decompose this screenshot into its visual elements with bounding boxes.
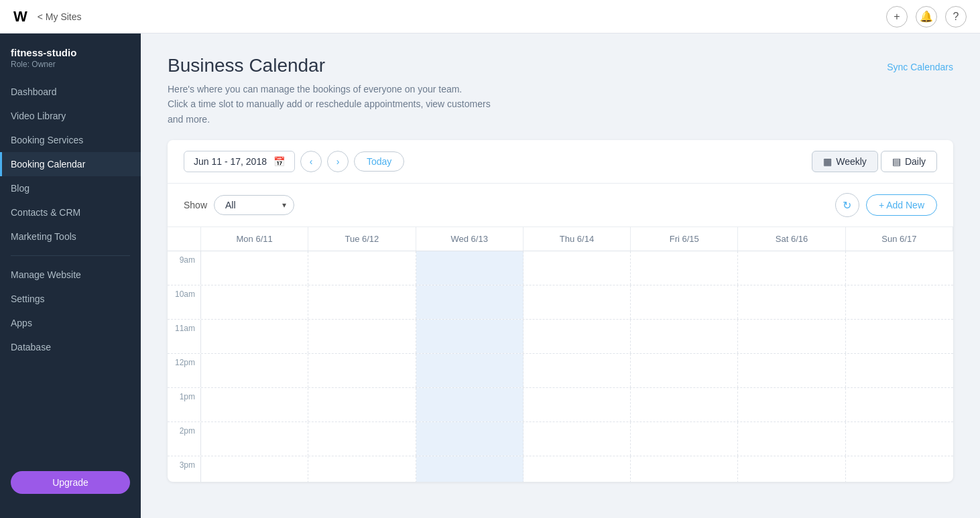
cal-cell-1pm-day0[interactable]	[201, 388, 308, 422]
cal-cell-2pm-day5[interactable]	[738, 422, 845, 456]
cal-cell-10am-day4[interactable]	[631, 285, 738, 319]
add-new-button[interactable]: + Add New	[866, 194, 937, 216]
page-header-text: Business Calendar Here's where you can m…	[168, 55, 491, 127]
cal-cell-1pm-day4[interactable]	[631, 388, 738, 422]
cal-cell-12pm-day5[interactable]	[738, 354, 845, 387]
cal-cell-3pm-day6[interactable]	[846, 456, 953, 482]
cal-cell-1pm-day1[interactable]	[308, 388, 416, 422]
cal-cell-11am-day3[interactable]	[524, 320, 631, 353]
sidebar-item-booking-calendar[interactable]: Booking Calendar	[0, 152, 141, 176]
cal-cell-3pm-day0[interactable]	[201, 456, 308, 482]
notifications-button[interactable]: 🔔	[916, 6, 937, 27]
cal-cell-2pm-day6[interactable]	[846, 422, 953, 456]
cal-cell-2pm-day0[interactable]	[201, 422, 308, 456]
cal-cell-12pm-day1[interactable]	[308, 354, 416, 387]
cal-cell-3pm-day5[interactable]	[738, 456, 845, 482]
cal-cell-11am-day2[interactable]	[416, 320, 524, 353]
sidebar-item-manage-website[interactable]: Manage Website	[0, 263, 141, 287]
cal-cell-1pm-day6[interactable]	[846, 388, 953, 422]
cal-cell-12pm-day0[interactable]	[201, 354, 308, 387]
date-nav-right: ▦ Weekly ▤ Daily	[812, 151, 937, 172]
daily-label: Daily	[905, 156, 926, 167]
calendar-icon: 📅	[273, 156, 285, 167]
show-select[interactable]: All Staff 1 Staff 2	[214, 195, 294, 215]
cal-cell-9am-day2[interactable]	[416, 251, 524, 285]
cal-cell-10am-day1[interactable]	[308, 285, 416, 319]
add-button[interactable]: +	[886, 6, 908, 27]
time-row-3pm: 3pm	[168, 456, 953, 482]
cal-header-sat: Sat 6/16	[738, 227, 845, 251]
calendar-grid: Mon 6/11 Tue 6/12 Wed 6/13 Thu 6/14 Fri …	[168, 227, 953, 482]
next-week-button[interactable]: ›	[327, 151, 349, 172]
weekly-view-button[interactable]: ▦ Weekly	[812, 151, 878, 172]
date-range-box[interactable]: Jun 11 - 17, 2018 📅	[184, 151, 295, 172]
sidebar-site-role: Role: Owner	[11, 60, 130, 69]
time-label-9am: 9am	[168, 251, 201, 285]
refresh-icon: ↻	[843, 199, 851, 212]
refresh-button[interactable]: ↻	[835, 193, 859, 217]
sidebar-item-video-library[interactable]: Video Library	[0, 104, 141, 128]
cal-cell-9am-day6[interactable]	[846, 251, 953, 285]
cal-cell-9am-day4[interactable]	[631, 251, 738, 285]
calendar-body: 9am10am11am12pm1pm2pm3pm	[168, 251, 953, 482]
sidebar-divider	[11, 255, 130, 256]
cal-cell-1pm-day2[interactable]	[416, 388, 524, 422]
cal-cell-10am-day5[interactable]	[738, 285, 845, 319]
content-area: Business Calendar Here's where you can m…	[141, 34, 980, 518]
cal-cell-11am-day0[interactable]	[201, 320, 308, 353]
cal-cell-3pm-day3[interactable]	[524, 456, 631, 482]
cal-cell-9am-day3[interactable]	[524, 251, 631, 285]
cal-cell-12pm-day6[interactable]	[846, 354, 953, 387]
cal-cell-3pm-day2[interactable]	[416, 456, 524, 482]
cal-cell-10am-day0[interactable]	[201, 285, 308, 319]
cal-cell-3pm-day1[interactable]	[308, 456, 416, 482]
topbar-left: W < My Sites	[13, 8, 82, 25]
cal-cell-11am-day5[interactable]	[738, 320, 845, 353]
sidebar-item-marketing-tools[interactable]: Marketing Tools	[0, 224, 141, 249]
cal-cell-12pm-day4[interactable]	[631, 354, 738, 387]
my-sites-link[interactable]: < My Sites	[38, 11, 82, 22]
time-row-2pm: 2pm	[168, 422, 953, 456]
sidebar-item-contacts-crm[interactable]: Contacts & CRM	[0, 200, 141, 224]
cal-cell-11am-day4[interactable]	[631, 320, 738, 353]
prev-week-button[interactable]: ‹	[300, 151, 322, 172]
cal-cell-12pm-day3[interactable]	[524, 354, 631, 387]
cal-cell-9am-day5[interactable]	[738, 251, 845, 285]
cal-cell-10am-day6[interactable]	[846, 285, 953, 319]
time-row-12pm: 12pm	[168, 354, 953, 388]
cal-cell-10am-day3[interactable]	[524, 285, 631, 319]
sidebar-item-dashboard[interactable]: Dashboard	[0, 80, 141, 104]
cal-header-thu: Thu 6/14	[524, 227, 631, 251]
help-button[interactable]: ?	[945, 6, 967, 27]
sidebar-item-booking-services[interactable]: Booking Services	[0, 128, 141, 152]
sidebar-item-blog[interactable]: Blog	[0, 176, 141, 200]
today-button[interactable]: Today	[354, 151, 404, 172]
sync-calendars-link[interactable]: Sync Calendars	[887, 62, 953, 72]
cal-cell-11am-day1[interactable]	[308, 320, 416, 353]
topbar-right: + 🔔 ?	[886, 6, 967, 27]
cal-cell-9am-day0[interactable]	[201, 251, 308, 285]
sidebar-item-apps[interactable]: Apps	[0, 311, 141, 335]
daily-view-button[interactable]: ▤ Daily	[881, 151, 937, 172]
cal-cell-12pm-day2[interactable]	[416, 354, 524, 387]
sidebar-bottom: Upgrade	[0, 460, 141, 505]
filter-right: ↻ + Add New	[835, 193, 937, 217]
cal-cell-1pm-day3[interactable]	[524, 388, 631, 422]
cal-header-tue: Tue 6/12	[308, 227, 416, 251]
cal-cell-1pm-day5[interactable]	[738, 388, 845, 422]
cal-header-wed: Wed 6/13	[416, 227, 524, 251]
cal-cell-2pm-day1[interactable]	[308, 422, 416, 456]
cal-cell-10am-day2[interactable]	[416, 285, 524, 319]
sidebar-item-settings[interactable]: Settings	[0, 287, 141, 311]
upgrade-button[interactable]: Upgrade	[11, 471, 130, 494]
cal-cell-11am-day6[interactable]	[846, 320, 953, 353]
cal-cell-3pm-day4[interactable]	[631, 456, 738, 482]
cal-cell-2pm-day3[interactable]	[524, 422, 631, 456]
cal-cell-2pm-day2[interactable]	[416, 422, 524, 456]
calendar-card: Jun 11 - 17, 2018 📅 ‹ › Today ▦ Weekly ▤…	[168, 140, 953, 482]
weekly-label: Weekly	[836, 156, 867, 167]
sidebar-item-database[interactable]: Database	[0, 335, 141, 359]
page-header-row: Business Calendar Here's where you can m…	[168, 55, 953, 127]
cal-cell-2pm-day4[interactable]	[631, 422, 738, 456]
cal-cell-9am-day1[interactable]	[308, 251, 416, 285]
